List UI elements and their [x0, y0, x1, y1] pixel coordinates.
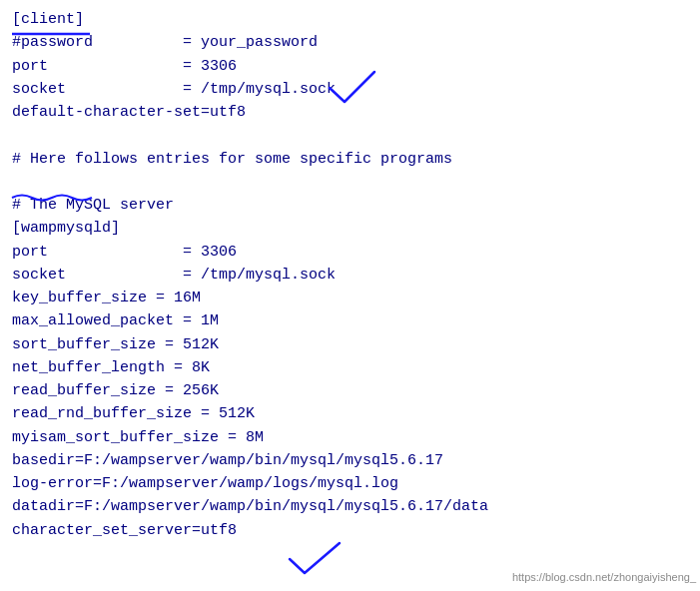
- code-lines: [client]#password = your_passwordport = …: [12, 8, 688, 542]
- code-line: key_buffer_size = 16M: [12, 287, 688, 309]
- code-line: #password = your_password: [12, 31, 688, 54]
- code-line: myisam_sort_buffer_size = 8M: [12, 426, 688, 449]
- code-line: socket = /tmp/mysql.sock: [12, 78, 688, 101]
- code-line: sort_buffer_size = 512K: [12, 333, 688, 356]
- watermark: https://blog.csdn.net/zhongaiyisheng_: [512, 571, 696, 583]
- code-line: [client]: [12, 8, 688, 31]
- code-line: [12, 124, 688, 147]
- code-line: max_allowed_packet = 1M: [12, 309, 688, 332]
- code-line: log-error=F:/wampserver/wamp/logs/mysql.…: [12, 472, 688, 495]
- code-line: net_buffer_length = 8K: [12, 356, 688, 379]
- code-line: [wampmysqld]: [12, 217, 688, 240]
- code-line: # Here follows entries for some specific…: [12, 148, 688, 171]
- code-line: read_rnd_buffer_size = 512K: [12, 402, 688, 425]
- code-line: default-character-set=utf8: [12, 101, 688, 124]
- code-line: datadir=F:/wampserver/wamp/bin/mysql/mys…: [12, 495, 688, 518]
- code-line: socket = /tmp/mysql.sock: [12, 264, 688, 287]
- code-line: [12, 171, 688, 194]
- code-line: # The MySQL server: [12, 194, 688, 217]
- code-line: port = 3306: [12, 241, 688, 264]
- code-line: character_set_server=utf8: [12, 519, 688, 542]
- code-container: [client]#password = your_passwordport = …: [0, 0, 700, 591]
- code-line: basedir=F:/wampserver/wamp/bin/mysql/mys…: [12, 449, 688, 472]
- code-line: read_buffer_size = 256K: [12, 379, 688, 402]
- code-line: port = 3306: [12, 55, 688, 78]
